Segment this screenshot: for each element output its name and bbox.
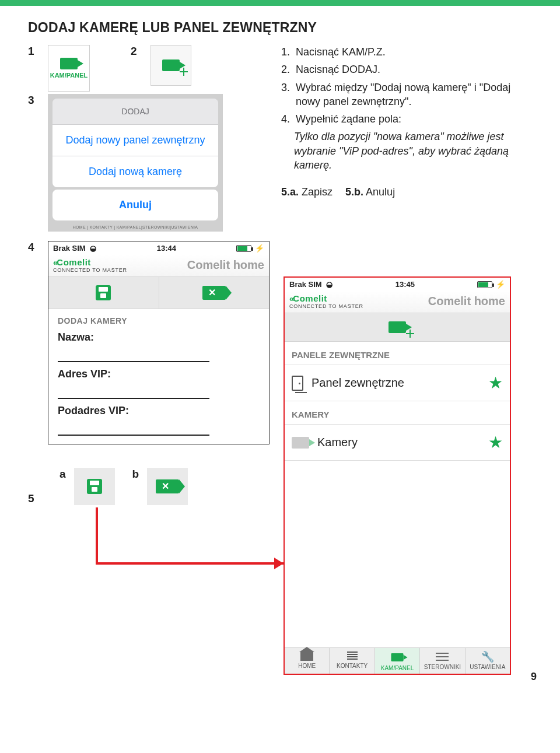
red-arrow [28,505,302,604]
battery-icon [477,281,492,288]
tab-kontakty[interactable]: KONTAKTY [330,648,374,674]
instr-3-lead: 3. [281,80,290,109]
step-number-4: 4 [28,241,42,254]
step-number-1: 1 [28,45,42,58]
group-header-panels: PANELE ZEWNĘTRZNE [285,342,510,365]
instr-1-lead: 1. [281,45,290,59]
save-button-top[interactable] [48,277,159,309]
action-sheet-tiny-tabbar: HOME | KONTAKTY | KAM/PANEL|STEROWNIKI|U… [49,224,222,230]
instr-5b-text: Anuluj [366,186,395,198]
camera-icon [292,437,309,449]
instr-2-text: Nacisnąć DODAJ. [296,62,380,76]
save-icon [87,479,102,494]
instr-4-text: Wypełnić żądane pola: [296,112,401,126]
brand-sub: CONNECTED TO MASTER [53,267,127,273]
cancel-icon: ✕ [202,286,226,300]
list-item-panel-label: Panel zewnętrzne [312,376,404,390]
input-nazwa[interactable] [58,347,209,362]
home-icon [300,652,313,661]
instr-1-text: Nacisnąć KAM/P.Z. [296,45,386,59]
settings-icon: 🔧 [481,652,494,662]
camera-icon [391,653,404,661]
app-title: Comelit home [187,258,264,272]
instr-2-lead: 2. [281,62,290,76]
instr-5a-lead: 5.a. [281,186,299,198]
instr-5a-text: Zapisz [302,186,332,198]
instr-4-sub: Tylko dla pozycji "nowa kamera" możliwe … [294,129,537,172]
list-item-camera-label: Kamery [317,436,358,449]
tab-home[interactable]: HOME [285,648,330,674]
action-sheet-option-add-camera[interactable]: Dodaj nową kamerę [52,156,218,187]
cancel-button-top[interactable]: ✕ [159,277,270,309]
tab-kam-panel[interactable]: KAM/PANEL [375,648,420,674]
add-camera-toolbar-button[interactable] [388,321,406,333]
action-sheet-header: DODAJ [52,99,218,125]
kam-panel-label: KAM/PANEL [50,72,88,79]
input-podadres-vip[interactable] [58,421,209,436]
step-number-3: 3 [28,94,42,107]
tab-ustawienia[interactable]: 🔧USTAWIENIA [466,648,510,674]
camera-plus-icon [162,59,180,71]
step-number-2: 2 [131,45,145,58]
step-5a-label: a [60,468,66,481]
battery-icon [236,245,251,252]
status-carrier-2: Brak SIM [289,280,322,289]
star-icon[interactable]: ★ [488,373,503,393]
instr-4-lead: 4. [281,112,290,126]
form-section-title: DODAJ KAMERY [58,316,260,325]
save-icon [96,285,111,300]
brand-logo: «Comelit [53,257,127,267]
camera-icon [60,58,78,69]
brand-sub: CONNECTED TO MASTER [289,303,363,309]
contacts-icon [347,652,358,661]
input-adres-vip[interactable] [58,384,209,399]
step-5b-label: b [132,468,139,481]
action-sheet-cancel[interactable]: Anuluj [52,190,218,220]
status-time-1: 13:44 [157,244,176,253]
step-number-5: 5 [28,492,42,505]
instr-3-text: Wybrać między "Dodaj nową kamerę" i "Dod… [296,80,537,109]
cancel-icon: ✕ [156,479,179,493]
wifi-icon: ◒ [90,244,96,253]
cancel-button[interactable]: ✕ [147,468,188,505]
status-carrier-1: Brak SIM [53,244,86,253]
label-nazwa: Nazwa: [58,331,260,344]
phone-screen-panels-cameras: Brak SIM ◒ 13:45 ⚡ «Comelit CONNECTED TO… [284,276,511,675]
add-camera-tile[interactable] [150,45,191,86]
save-button[interactable] [74,468,115,505]
list-item-panel[interactable]: Panel zewnętrzne ★ [285,365,510,401]
wifi-icon: ◒ [326,280,332,289]
status-time-2: 13:45 [396,280,415,289]
app-title: Comelit home [428,295,505,308]
instr-5b-lead: 5.b. [345,186,363,198]
label-podadres-vip: Podadres VIP: [58,405,260,417]
sliders-icon [436,652,449,662]
kam-panel-tile[interactable]: KAM/PANEL [48,45,90,92]
group-header-cameras: KAMERY [285,401,510,425]
page-heading: DODAJ KAMERĘ LUB PANEL ZEWNĘTRZNY [28,20,537,36]
list-item-camera[interactable]: Kamery ★ [285,425,510,461]
action-sheet: DODAJ Dodaj nowy panel zewnętrzny Dodaj … [48,94,223,232]
page-number: 9 [531,671,537,683]
door-panel-icon [292,376,303,391]
label-adres-vip: Adres VIP: [58,368,260,380]
tab-sterowniki[interactable]: STEROWNIKI [420,648,465,674]
star-icon[interactable]: ★ [488,433,503,452]
phone-screen-add-camera-form: Brak SIM ◒ 13:44 ⚡ «Comelit CONNECTED TO… [48,241,270,444]
brand-logo: «Comelit [289,293,363,303]
action-sheet-option-add-panel[interactable]: Dodaj nowy panel zewnętrzny [52,125,218,156]
